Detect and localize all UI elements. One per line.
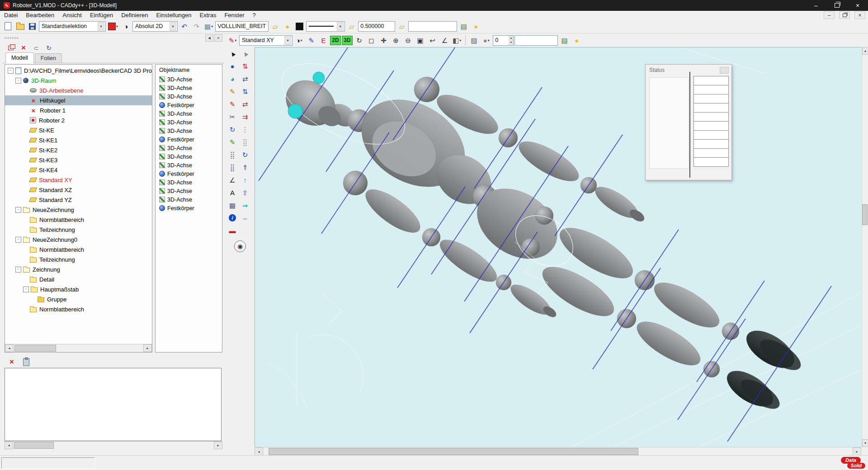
close-panel-button[interactable]: ×	[214, 34, 222, 42]
object-list-item[interactable]: 3D-Achse	[156, 161, 222, 169]
hscroll-thumb[interactable]	[269, 448, 638, 455]
orbit-tool[interactable]: ↻	[239, 148, 251, 161]
menu-bearbeiten[interactable]: Bearbeiten	[22, 11, 58, 19]
coordinate-mode-dropdown[interactable]: Absolut 2D▾	[132, 21, 178, 32]
zoom-all-button[interactable]: ▣	[415, 35, 426, 46]
tree-item-st-ke[interactable]: St-KE	[5, 125, 152, 135]
orbit-center-button[interactable]: ◑▾	[293, 35, 305, 46]
menu-help[interactable]: ?	[248, 11, 259, 19]
spinner-up-icon[interactable]: ▴	[509, 36, 513, 41]
object-list-item[interactable]: 3D-Achse	[156, 92, 222, 101]
zoom-window-button[interactable]: ◻	[366, 35, 377, 46]
erase-tool[interactable]: ▬	[226, 224, 239, 237]
tree-item-standard-xz[interactable]: Standard XZ	[5, 185, 152, 195]
tree-item-neuezeichnung[interactable]: -NeueZeichnung	[5, 205, 152, 215]
scroll-left-icon[interactable]: ◂	[5, 344, 14, 352]
pick-tool[interactable]: ▲	[239, 47, 251, 60]
view-cube-button[interactable]: ◧▾	[451, 35, 462, 46]
object-list-item[interactable]: Festkörper	[156, 135, 222, 144]
zoom-in-button[interactable]: ⊕	[390, 35, 401, 46]
pin-panel-button[interactable]: ◄	[205, 34, 213, 42]
shade-button[interactable]: ●▾	[481, 35, 492, 46]
panel-hscroll-track[interactable]	[13, 442, 214, 449]
collapse-icon[interactable]: -	[15, 207, 21, 213]
collapse-icon[interactable]: -	[23, 287, 29, 292]
linestyle-dropdown[interactable]: ▾	[306, 21, 345, 32]
tree-item-teilzeichnung[interactable]: Teilzeichnung	[5, 254, 152, 264]
badge-3d[interactable]: 3D	[342, 36, 353, 45]
hscroll-track[interactable]	[263, 448, 853, 455]
object-list-item[interactable]: 3D-Achse	[156, 118, 222, 127]
tree-item-normblattbereich[interactable]: Normblattbereich	[5, 215, 152, 225]
layer-name-button[interactable]: ▱	[396, 21, 407, 32]
drag-grip-icon[interactable]	[5, 37, 18, 39]
vscroll-thumb[interactable]	[862, 204, 868, 225]
swap-tool[interactable]: ⇄	[239, 98, 251, 110]
draw-color-button[interactable]: ▾	[107, 21, 119, 32]
grid-count-spinner[interactable]: ▴▾	[493, 35, 514, 46]
origin-tool[interactable]: ◉	[234, 240, 246, 252]
tree-item-roboter-2[interactable]: Roboter 2	[5, 115, 152, 125]
raise-tool[interactable]: ⇑	[239, 161, 251, 174]
grid-settings-button[interactable]: ▦▾	[203, 21, 214, 32]
point-grid-tool[interactable]: ⣿	[226, 148, 239, 161]
vscroll-track[interactable]	[862, 55, 868, 439]
tree-item-roboter-1[interactable]: Roboter 1	[5, 105, 152, 115]
image-export-button[interactable]: ▤	[458, 21, 469, 32]
minimize-button[interactable]: –	[806, 0, 826, 11]
tab-folien[interactable]: Folien	[35, 53, 62, 63]
tree-item-3d-arbeitsebene[interactable]: 3D-Arbeitsebene	[5, 85, 152, 95]
tree-hscrollbar[interactable]: ◂ ▸	[5, 344, 152, 352]
panel-hscroll-thumb[interactable]	[14, 442, 54, 449]
scroll-right-icon[interactable]: ▸	[853, 447, 861, 456]
object-list-item[interactable]: Festkörper	[156, 204, 222, 212]
object-list-item[interactable]: 3D-Achse	[156, 187, 222, 195]
collapse-icon[interactable]: -	[15, 78, 21, 84]
object-list-item[interactable]: 3D-Achse	[156, 195, 222, 204]
object-list-item[interactable]: 3D-Achse	[156, 127, 222, 135]
object-list-item[interactable]: Festkörper	[156, 169, 222, 178]
viewport-vscrollbar[interactable]: ▴ ▾	[862, 47, 868, 447]
tab-modell[interactable]: Modell	[5, 52, 34, 63]
clear-messages-button[interactable]: ×	[6, 357, 17, 367]
layer-style-button[interactable]: ▱	[269, 21, 281, 32]
refresh-button[interactable]: ↻	[43, 43, 54, 53]
lift-tool[interactable]: ⇧	[239, 186, 251, 199]
clip-button[interactable]: ⊂	[31, 43, 42, 53]
tree-item-zeichnung[interactable]: -Zeichnung	[5, 264, 152, 274]
menu-einstellungen[interactable]: Einstellungen	[152, 11, 195, 19]
object-list-item[interactable]: 3D-Achse	[156, 84, 222, 92]
child-close-button[interactable]: ×	[854, 11, 865, 19]
selection-dropdown[interactable]: Standardselektion▾	[39, 21, 106, 32]
scroll-left-icon[interactable]: ◂	[255, 447, 263, 456]
trim-tool[interactable]: ✂	[226, 110, 239, 123]
tree-item-normblattbereich[interactable]: Normblattbereich	[5, 244, 152, 254]
save-button[interactable]	[27, 21, 38, 32]
tree-item-teilzeichnung[interactable]: Teilzeichnung	[5, 225, 152, 235]
child-minimize-button[interactable]: –	[824, 11, 835, 19]
object-name-input[interactable]	[409, 22, 457, 31]
windows-button[interactable]	[5, 43, 16, 53]
edit-param-button[interactable]: E	[318, 35, 329, 46]
delete-button[interactable]: ×	[18, 43, 29, 53]
object-list-item[interactable]: Festkörper	[156, 101, 222, 109]
table-tool[interactable]: ▦	[226, 199, 239, 212]
dimension-tool[interactable]: ∠	[226, 174, 239, 186]
move-horizontal-tool[interactable]: ⇄	[239, 72, 251, 85]
copy-messages-button[interactable]	[21, 357, 32, 367]
linetype-input[interactable]	[216, 22, 268, 31]
tree-item-st-ke1[interactable]: St-KE1	[5, 135, 152, 145]
badge-2d[interactable]: 2D	[330, 36, 341, 45]
menu-fenster[interactable]: Fenster	[220, 11, 248, 19]
pan-button[interactable]: ✚	[378, 35, 389, 46]
tree-hscroll-track[interactable]	[14, 345, 143, 352]
tree-item-d-avchd-filme-lernvideos-beckercad-3d-pro-k[interactable]: -D:\AVCHD_Filme\Lernvideos\BeckerCAD 3D …	[5, 66, 152, 75]
tree-item-st-ke3[interactable]: St-KE3	[5, 155, 152, 165]
tree-item-st-ke2[interactable]: St-KE2	[5, 145, 152, 155]
hatch-button[interactable]: ▨	[468, 35, 480, 46]
tree-item-st-ke4[interactable]: St-KE4	[5, 165, 152, 175]
close-button[interactable]: ×	[847, 0, 868, 11]
tree-item-standard-xy[interactable]: Standard XY	[5, 175, 152, 185]
open-file-button[interactable]	[14, 21, 26, 32]
shading-mode-button[interactable]: ◑	[120, 21, 132, 32]
